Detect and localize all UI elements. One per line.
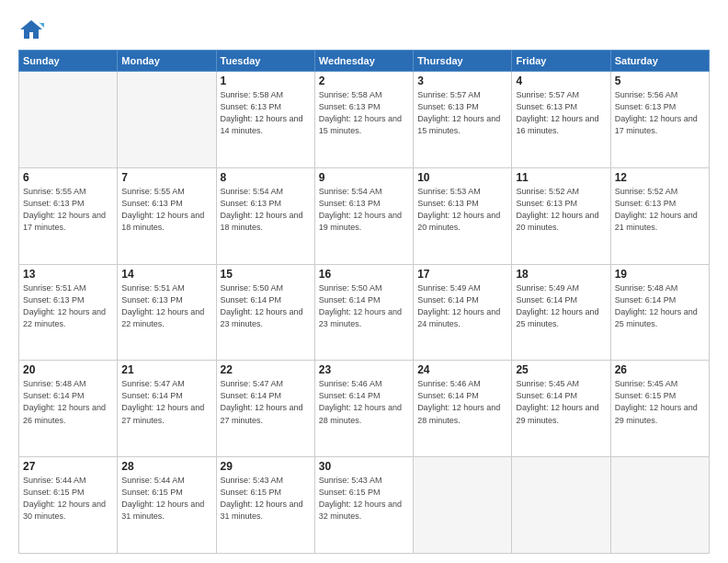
day-info: Sunrise: 5:58 AM Sunset: 6:13 PM Dayligh… bbox=[221, 89, 311, 137]
day-info: Sunrise: 5:51 AM Sunset: 6:13 PM Dayligh… bbox=[23, 282, 113, 330]
day-info: Sunrise: 5:43 AM Sunset: 6:15 PM Dayligh… bbox=[319, 475, 409, 523]
day-number: 25 bbox=[516, 363, 606, 376]
calendar-cell: 26Sunrise: 5:45 AM Sunset: 6:15 PM Dayli… bbox=[610, 361, 709, 457]
calendar-cell bbox=[512, 457, 610, 554]
day-number: 29 bbox=[221, 460, 311, 473]
calendar-table: SundayMondayTuesdayWednesdayThursdayFrid… bbox=[18, 50, 710, 554]
calendar-cell: 23Sunrise: 5:46 AM Sunset: 6:14 PM Dayli… bbox=[314, 361, 413, 457]
day-number: 12 bbox=[615, 171, 705, 184]
day-info: Sunrise: 5:56 AM Sunset: 6:13 PM Dayligh… bbox=[615, 89, 705, 137]
day-info: Sunrise: 5:57 AM Sunset: 6:13 PM Dayligh… bbox=[417, 89, 507, 137]
day-number: 4 bbox=[516, 75, 606, 87]
day-number: 15 bbox=[221, 268, 311, 281]
day-info: Sunrise: 5:58 AM Sunset: 6:13 PM Dayligh… bbox=[319, 89, 409, 137]
day-number: 19 bbox=[615, 268, 705, 281]
calendar-cell bbox=[610, 457, 709, 554]
day-info: Sunrise: 5:48 AM Sunset: 6:14 PM Dayligh… bbox=[23, 378, 113, 426]
day-number: 10 bbox=[417, 171, 507, 184]
day-number: 23 bbox=[319, 363, 409, 376]
calendar-cell: 30Sunrise: 5:43 AM Sunset: 6:15 PM Dayli… bbox=[314, 457, 413, 554]
day-number: 13 bbox=[23, 268, 113, 281]
weekday-header: Wednesday bbox=[314, 51, 413, 72]
calendar-cell bbox=[19, 72, 118, 168]
calendar-cell: 2Sunrise: 5:58 AM Sunset: 6:13 PM Daylig… bbox=[314, 72, 413, 168]
day-number: 7 bbox=[121, 171, 211, 184]
calendar-cell: 7Sunrise: 5:55 AM Sunset: 6:13 PM Daylig… bbox=[118, 167, 216, 264]
calendar-week-row: 20Sunrise: 5:48 AM Sunset: 6:14 PM Dayli… bbox=[19, 361, 710, 457]
weekday-header: Monday bbox=[118, 51, 216, 72]
header bbox=[18, 17, 710, 42]
day-info: Sunrise: 5:50 AM Sunset: 6:14 PM Dayligh… bbox=[221, 282, 311, 330]
day-number: 24 bbox=[417, 363, 507, 376]
weekday-header: Saturday bbox=[610, 51, 709, 72]
day-number: 11 bbox=[516, 171, 606, 184]
day-info: Sunrise: 5:55 AM Sunset: 6:13 PM Dayligh… bbox=[121, 186, 211, 234]
calendar-cell: 4Sunrise: 5:57 AM Sunset: 6:13 PM Daylig… bbox=[512, 72, 610, 168]
calendar-cell: 21Sunrise: 5:47 AM Sunset: 6:14 PM Dayli… bbox=[118, 361, 216, 457]
day-number: 1 bbox=[221, 75, 311, 87]
day-number: 20 bbox=[23, 363, 113, 376]
calendar-cell: 12Sunrise: 5:52 AM Sunset: 6:13 PM Dayli… bbox=[610, 167, 709, 264]
day-info: Sunrise: 5:49 AM Sunset: 6:14 PM Dayligh… bbox=[417, 282, 507, 330]
calendar-cell bbox=[414, 457, 512, 554]
weekday-header: Tuesday bbox=[216, 51, 314, 72]
day-info: Sunrise: 5:47 AM Sunset: 6:14 PM Dayligh… bbox=[121, 378, 211, 426]
calendar-cell: 20Sunrise: 5:48 AM Sunset: 6:14 PM Dayli… bbox=[19, 361, 118, 457]
calendar-cell: 18Sunrise: 5:49 AM Sunset: 6:14 PM Dayli… bbox=[512, 264, 610, 361]
day-number: 14 bbox=[121, 268, 211, 281]
day-number: 9 bbox=[319, 171, 409, 184]
logo-icon bbox=[18, 17, 46, 42]
calendar-cell: 25Sunrise: 5:45 AM Sunset: 6:14 PM Dayli… bbox=[512, 361, 610, 457]
calendar-cell: 6Sunrise: 5:55 AM Sunset: 6:13 PM Daylig… bbox=[19, 167, 118, 264]
weekday-header: Sunday bbox=[19, 51, 118, 72]
day-info: Sunrise: 5:44 AM Sunset: 6:15 PM Dayligh… bbox=[121, 475, 211, 523]
day-info: Sunrise: 5:49 AM Sunset: 6:14 PM Dayligh… bbox=[516, 282, 606, 330]
day-info: Sunrise: 5:57 AM Sunset: 6:13 PM Dayligh… bbox=[516, 89, 606, 137]
calendar-cell: 13Sunrise: 5:51 AM Sunset: 6:13 PM Dayli… bbox=[19, 264, 118, 361]
day-info: Sunrise: 5:50 AM Sunset: 6:14 PM Dayligh… bbox=[319, 282, 409, 330]
calendar-cell: 9Sunrise: 5:54 AM Sunset: 6:13 PM Daylig… bbox=[314, 167, 413, 264]
calendar-cell: 16Sunrise: 5:50 AM Sunset: 6:14 PM Dayli… bbox=[314, 264, 413, 361]
day-number: 18 bbox=[516, 268, 606, 281]
calendar-cell: 19Sunrise: 5:48 AM Sunset: 6:14 PM Dayli… bbox=[610, 264, 709, 361]
calendar-cell: 22Sunrise: 5:47 AM Sunset: 6:14 PM Dayli… bbox=[216, 361, 314, 457]
calendar-cell: 11Sunrise: 5:52 AM Sunset: 6:13 PM Dayli… bbox=[512, 167, 610, 264]
calendar-week-row: 13Sunrise: 5:51 AM Sunset: 6:13 PM Dayli… bbox=[19, 264, 710, 361]
page: SundayMondayTuesdayWednesdayThursdayFrid… bbox=[0, 0, 728, 563]
calendar-header-row: SundayMondayTuesdayWednesdayThursdayFrid… bbox=[19, 51, 710, 72]
day-info: Sunrise: 5:48 AM Sunset: 6:14 PM Dayligh… bbox=[615, 282, 705, 330]
day-number: 2 bbox=[319, 75, 409, 87]
day-info: Sunrise: 5:52 AM Sunset: 6:13 PM Dayligh… bbox=[516, 186, 606, 234]
calendar-cell: 3Sunrise: 5:57 AM Sunset: 6:13 PM Daylig… bbox=[414, 72, 512, 168]
calendar-cell: 1Sunrise: 5:58 AM Sunset: 6:13 PM Daylig… bbox=[216, 72, 314, 168]
day-number: 3 bbox=[417, 75, 507, 87]
day-number: 30 bbox=[319, 460, 409, 473]
day-number: 28 bbox=[121, 460, 211, 473]
svg-marker-0 bbox=[20, 20, 42, 39]
day-info: Sunrise: 5:52 AM Sunset: 6:13 PM Dayligh… bbox=[615, 186, 705, 234]
calendar-cell: 15Sunrise: 5:50 AM Sunset: 6:14 PM Dayli… bbox=[216, 264, 314, 361]
day-number: 5 bbox=[615, 75, 705, 87]
calendar-cell: 29Sunrise: 5:43 AM Sunset: 6:15 PM Dayli… bbox=[216, 457, 314, 554]
day-info: Sunrise: 5:46 AM Sunset: 6:14 PM Dayligh… bbox=[417, 378, 507, 426]
day-number: 21 bbox=[121, 363, 211, 376]
weekday-header: Thursday bbox=[414, 51, 512, 72]
day-number: 26 bbox=[615, 363, 705, 376]
day-number: 27 bbox=[23, 460, 113, 473]
weekday-header: Friday bbox=[512, 51, 610, 72]
calendar-cell: 24Sunrise: 5:46 AM Sunset: 6:14 PM Dayli… bbox=[414, 361, 512, 457]
calendar-cell: 5Sunrise: 5:56 AM Sunset: 6:13 PM Daylig… bbox=[610, 72, 709, 168]
day-info: Sunrise: 5:44 AM Sunset: 6:15 PM Dayligh… bbox=[23, 475, 113, 523]
calendar-cell: 28Sunrise: 5:44 AM Sunset: 6:15 PM Dayli… bbox=[118, 457, 216, 554]
day-info: Sunrise: 5:54 AM Sunset: 6:13 PM Dayligh… bbox=[319, 186, 409, 234]
calendar-cell: 8Sunrise: 5:54 AM Sunset: 6:13 PM Daylig… bbox=[216, 167, 314, 264]
day-number: 16 bbox=[319, 268, 409, 281]
calendar-cell bbox=[118, 72, 216, 168]
day-number: 17 bbox=[417, 268, 507, 281]
day-number: 8 bbox=[221, 171, 311, 184]
day-info: Sunrise: 5:47 AM Sunset: 6:14 PM Dayligh… bbox=[221, 378, 311, 426]
calendar-cell: 14Sunrise: 5:51 AM Sunset: 6:13 PM Dayli… bbox=[118, 264, 216, 361]
day-info: Sunrise: 5:55 AM Sunset: 6:13 PM Dayligh… bbox=[23, 186, 113, 234]
svg-marker-1 bbox=[39, 22, 44, 28]
calendar-cell: 27Sunrise: 5:44 AM Sunset: 6:15 PM Dayli… bbox=[19, 457, 118, 554]
